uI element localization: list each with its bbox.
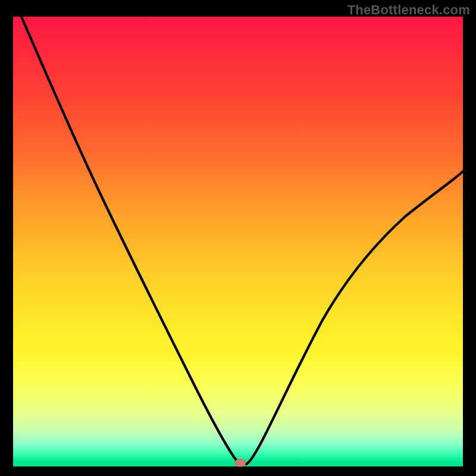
chart-frame: TheBottleneck.com: [0, 0, 476, 476]
curve-path: [21, 17, 463, 464]
bottleneck-curve: [13, 17, 463, 466]
watermark-text: TheBottleneck.com: [347, 2, 470, 18]
plot-area: [13, 17, 463, 466]
minimum-marker: [235, 459, 246, 466]
